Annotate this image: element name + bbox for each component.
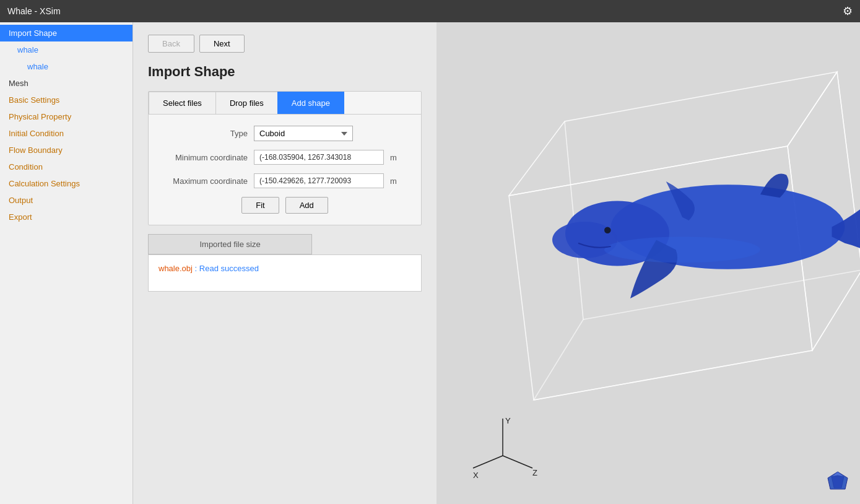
sidebar-item-output[interactable]: Output xyxy=(0,192,132,209)
next-button[interactable]: Next xyxy=(199,35,245,53)
file-name: whale.obj xyxy=(159,264,193,273)
gem-icon[interactable] xyxy=(827,471,849,493)
form-area: Type Cuboid Sphere Cylinder Minimum coor… xyxy=(149,115,421,225)
max-coord-label: Maximum coordinate xyxy=(161,176,248,186)
sidebar-item-import-shape[interactable]: Import Shape xyxy=(0,25,132,41)
svg-text:X: X xyxy=(473,471,479,480)
file-list-header: Imported file size xyxy=(148,234,312,254)
content-area: Back Next Import Shape Select files Drop… xyxy=(133,22,437,504)
svg-point-10 xyxy=(604,237,760,263)
min-coord-unit: m xyxy=(390,153,397,162)
titlebar: Whale - XSim ⚙ xyxy=(0,0,860,22)
import-panel: Select files Drop files Add shape Type C… xyxy=(148,91,422,225)
sidebar-item-whale1[interactable]: whale xyxy=(0,41,132,58)
fit-button[interactable]: Fit xyxy=(241,197,279,214)
tab-add-shape[interactable]: Add shape xyxy=(277,92,344,114)
svg-text:Y: Y xyxy=(505,416,511,425)
svg-text:Z: Z xyxy=(532,468,537,477)
tab-bar: Select files Drop files Add shape xyxy=(149,92,421,115)
max-coord-row: Maximum coordinate m xyxy=(161,173,409,188)
file-list-body: whale.obj : Read successed xyxy=(148,254,422,292)
type-select[interactable]: Cuboid Sphere Cylinder xyxy=(254,126,353,141)
main-layout: Import Shape whale whale Mesh Basic Sett… xyxy=(0,22,860,504)
sidebar-item-whale2[interactable]: whale xyxy=(0,58,132,75)
nav-buttons: Back Next xyxy=(148,35,422,53)
sidebar: Import Shape whale whale Mesh Basic Sett… xyxy=(0,22,133,504)
file-list-section: Imported file size whale.obj : Read succ… xyxy=(148,234,422,292)
sidebar-item-export[interactable]: Export xyxy=(0,209,132,225)
gear-icon[interactable]: ⚙ xyxy=(843,4,853,18)
svg-point-11 xyxy=(604,227,611,234)
add-button[interactable]: Add xyxy=(285,197,328,214)
tab-drop-files[interactable]: Drop files xyxy=(215,92,278,114)
app-title: Whale - XSim xyxy=(7,6,61,16)
type-row: Type Cuboid Sphere Cylinder xyxy=(161,126,409,141)
page-title: Import Shape xyxy=(148,64,422,80)
min-coord-row: Minimum coordinate m xyxy=(161,150,409,165)
sidebar-item-condition[interactable]: Condition xyxy=(0,159,132,175)
tab-select-files[interactable]: Select files xyxy=(149,92,216,114)
file-status: whale.obj : Read successed xyxy=(159,264,411,273)
file-read-status: Read successed xyxy=(199,264,259,273)
sidebar-item-physical-property[interactable]: Physical Property xyxy=(0,108,132,125)
sidebar-item-mesh[interactable]: Mesh xyxy=(0,75,132,92)
min-coord-input[interactable] xyxy=(254,150,384,165)
sidebar-item-calculation-settings[interactable]: Calculation Settings xyxy=(0,175,132,192)
viewport-svg: Y X Z xyxy=(437,22,860,504)
3d-viewport: Y X Z xyxy=(437,22,860,504)
back-button[interactable]: Back xyxy=(148,35,194,53)
sidebar-item-flow-boundary[interactable]: Flow Boundary xyxy=(0,142,132,159)
sidebar-item-basic-settings[interactable]: Basic Settings xyxy=(0,92,132,108)
max-coord-input[interactable] xyxy=(254,173,384,188)
action-buttons: Fit Add xyxy=(161,197,409,214)
max-coord-unit: m xyxy=(390,176,397,186)
min-coord-label: Minimum coordinate xyxy=(161,153,248,162)
sidebar-item-initial-condition[interactable]: Initial Condition xyxy=(0,125,132,142)
type-label: Type xyxy=(161,129,248,138)
